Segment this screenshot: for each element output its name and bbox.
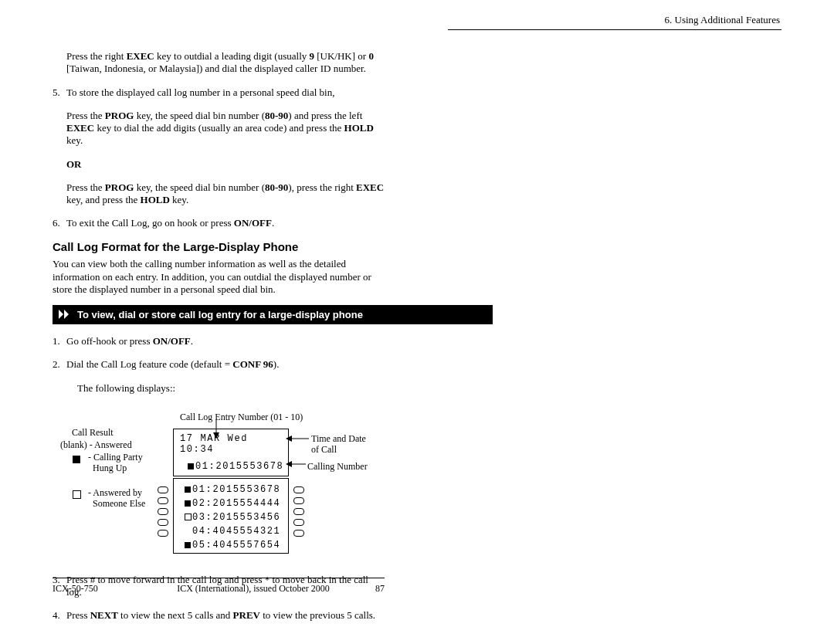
display-main-row: 01:2015553678 [188, 460, 283, 472]
call-log-figure: Call Log Entry Number (01 - 10) Call Res… [53, 412, 385, 566]
t: ) and press the left [288, 110, 362, 121]
t: PREV [233, 609, 260, 621]
marker-filled-icon [185, 486, 191, 493]
t: to view the previous 5 calls. [260, 609, 375, 621]
step-6: 6. To exit the Call Log, go on hook or p… [53, 217, 385, 229]
step-number: 4. [53, 609, 66, 622]
procedure-heading: To view, dial or store call log entry fo… [77, 309, 363, 320]
row-text: 04:4045554321 [192, 526, 280, 537]
t: PROG [105, 181, 134, 193]
legend-open-icon [73, 489, 81, 500]
following-displays: The following displays:: [77, 382, 385, 395]
t: Press the [66, 181, 105, 193]
section-heading: Call Log Format for the Large-Display Ph… [53, 240, 385, 253]
t: EXEC [66, 122, 94, 134]
proc-step-2: 2. Dial the Call Log feature code (defau… [53, 358, 385, 371]
softkey-pill-icon [293, 508, 304, 515]
procedure-heading-bar: To view, dial or store call log entry fo… [53, 305, 493, 324]
t: Go off-hook or press [66, 335, 153, 347]
t: [Taiwan, Indonesia, or Malaysia]) and di… [66, 63, 366, 74]
marker-open-icon [185, 514, 192, 520]
step-text: Dial the Call Log feature code (default … [66, 358, 385, 371]
svg-marker-0 [59, 310, 63, 319]
t: NEXT [90, 609, 118, 621]
double-chevron-icon [59, 308, 71, 320]
t: key to outdial a leading digit (usually [154, 50, 310, 62]
step-number: 6. [53, 217, 66, 229]
softkey-pill-icon [158, 486, 168, 493]
row-text: 01:2015553678 [192, 484, 280, 495]
marker-filled-icon [185, 500, 191, 507]
softkey-pill-icon [293, 497, 304, 504]
hung-up-label: Hung Up [88, 463, 127, 474]
of-call-label: of Call [311, 444, 337, 456]
t: 0 [368, 50, 374, 62]
list-row-3: 03:2015553456 [185, 511, 280, 523]
display-main: 01:2015553678 [195, 461, 283, 472]
row-text: 02:2015554444 [192, 498, 280, 509]
t: Dial the Call Log feature code (default … [66, 358, 232, 370]
t: PROG [105, 110, 134, 121]
calling-number-label: Calling Number [307, 461, 368, 473]
entry-number-label: Call Log Entry Number (01 - 10) [180, 412, 303, 423]
page-footer: ICX-50-750 ICX (International), issued O… [53, 578, 385, 595]
svg-marker-7 [286, 461, 292, 467]
t: 80-90 [265, 110, 288, 121]
marker-filled-icon [185, 542, 191, 548]
arrow-down-icon [212, 420, 220, 439]
section-intro: You can view both the calling number inf… [53, 258, 385, 296]
step-text: To exit the Call Log, go on hook or pres… [66, 217, 385, 229]
someone-else-label: Someone Else [88, 498, 145, 510]
answered-by-label: - Answered by [88, 487, 142, 499]
t: HOLD [141, 194, 170, 205]
or-label: OR [66, 158, 385, 171]
step-text: To store the displayed call log number i… [66, 86, 385, 99]
t: HOLD [344, 122, 374, 134]
softkey-pill-icon [293, 486, 304, 493]
step-number: 1. [53, 335, 66, 347]
t: key, the speed dial bin number ( [134, 110, 265, 121]
display-header: 17 MAR Wed 10:34 [180, 433, 288, 455]
call-result-label: Call Result [72, 427, 114, 439]
legend-filled-icon [73, 453, 80, 465]
softkey-pill-icon [158, 519, 168, 526]
t: to view the next 5 calls and [118, 609, 233, 621]
t: Press the [66, 110, 105, 121]
t: key, the speed dial bin number ( [134, 181, 265, 193]
t: ON/OFF [153, 335, 191, 347]
phone-display-list: 01:2015553678 02:2015554444 03:201555345… [173, 478, 289, 554]
step-5a: Press the PROG key, the speed dial bin n… [66, 110, 385, 147]
proc-step-1: 1. Go off-hook or press ON/OFF. [53, 335, 385, 347]
footer-page-number: 87 [354, 583, 385, 595]
t: key to dial the add digits (usually an a… [94, 122, 344, 134]
t: EXEC [356, 181, 384, 193]
header-wrap: 6. Using Additional Features [53, 14, 781, 30]
t: ON/OFF [234, 217, 272, 229]
step-number: 5. [53, 86, 66, 99]
t: . [272, 217, 274, 229]
t: . [191, 335, 193, 347]
t: key. [66, 134, 83, 146]
t: [UK/HK] or [314, 50, 368, 62]
t: EXEC [127, 50, 154, 62]
t: ), press the right [288, 181, 356, 193]
chapter-title: 6. Using Additional Features [665, 14, 781, 25]
marker-filled-icon [188, 463, 194, 469]
calling-party-label: - Calling Party [88, 452, 143, 463]
list-row-1: 01:2015553678 [185, 483, 280, 495]
footer-mid: ICX (International), issued October 2000 [153, 583, 354, 595]
arrow-left-icon [286, 460, 306, 468]
blank-answered-label: (blank) - Answered [60, 439, 132, 451]
softkey-pill-icon [293, 519, 304, 526]
step-5b: Press the PROG key, the speed dial bin n… [66, 181, 385, 207]
softkey-column-left [158, 483, 168, 541]
softkey-column-right [293, 483, 304, 541]
row-text: 03:2015553456 [192, 512, 280, 523]
svg-marker-3 [213, 432, 219, 439]
softkey-pill-icon [158, 497, 168, 504]
page-header: 6. Using Additional Features [448, 14, 781, 30]
step-number: 2. [53, 358, 66, 371]
phone-display-top: 17 MAR Wed 10:34 01:2015553678 [173, 429, 289, 476]
svg-marker-5 [286, 436, 292, 442]
step-5: 5. To store the displayed call log numbe… [53, 86, 385, 99]
